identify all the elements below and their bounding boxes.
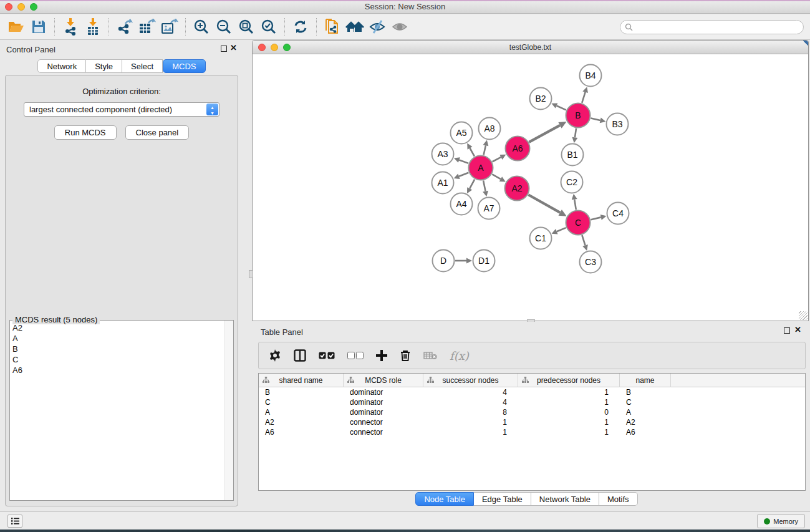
float-panel-icon[interactable] <box>784 327 790 334</box>
import-table-icon[interactable] <box>82 16 104 37</box>
tab-mcds[interactable]: MCDS <box>163 59 205 73</box>
graph-node-label: A1 <box>437 178 448 188</box>
network-file-icon[interactable] <box>321 16 344 37</box>
graph-edge[interactable] <box>492 174 501 179</box>
search-input[interactable] <box>633 22 803 33</box>
table-row[interactable]: A6connector11A6 <box>259 427 805 437</box>
close-panel-button[interactable]: Close panel <box>125 125 190 140</box>
zoom-out-icon[interactable] <box>213 16 235 37</box>
deselect-all-checkbox-icon[interactable] <box>347 346 364 365</box>
table-header-row[interactable]: shared nameMCDS rolesuccessor nodesprede… <box>259 374 805 387</box>
table-row[interactable]: Adominator80A <box>259 407 805 417</box>
graph-node-label: A2 <box>511 183 522 193</box>
delete-column-icon[interactable] <box>400 346 411 365</box>
mcds-result-item[interactable]: C <box>10 354 224 365</box>
table-cell: A2 <box>265 417 274 427</box>
mcds-tab-content: Optimization criterion: largest connecte… <box>5 75 238 506</box>
graph-node-label: C1 <box>535 233 546 243</box>
memory-button[interactable]: Memory <box>757 514 805 528</box>
mcds-result-list[interactable]: A2ABCA6 <box>10 322 224 500</box>
control-panel: Control Panel ✕ NetworkStyleSelectMCDS O… <box>0 40 243 511</box>
graph-edge[interactable] <box>483 181 485 191</box>
graph-edge-arrowhead <box>483 191 488 197</box>
graph-edge-arrowhead <box>466 258 472 264</box>
network-canvas[interactable]: B4B2BB3A8A5A6A3B1AC2A1A2A4A7C4CC1C3DD1 <box>253 55 808 321</box>
tab-edge-table[interactable]: Edge Table <box>474 492 531 506</box>
column-header-name[interactable]: name <box>620 374 671 387</box>
export-image-icon[interactable] <box>158 16 181 37</box>
graph-edge[interactable] <box>529 125 560 142</box>
tab-motifs[interactable]: Motifs <box>599 492 638 506</box>
table-row[interactable]: A2connector11A2 <box>259 417 805 427</box>
graph-edge-arrowhead <box>483 140 489 147</box>
hide-details-icon[interactable] <box>366 16 388 37</box>
float-panel-icon[interactable] <box>221 46 227 52</box>
criterion-dropdown[interactable]: largest connected component (directed) ▲… <box>24 102 219 117</box>
graph-edge[interactable] <box>557 228 566 231</box>
mcds-result-scrollbar[interactable] <box>224 321 233 500</box>
graph-edge[interactable] <box>470 180 475 189</box>
column-header-MCDS-role[interactable]: MCDS role <box>344 374 423 387</box>
zoom-fit-icon[interactable] <box>235 16 258 37</box>
column-visibility-icon[interactable] <box>294 346 306 365</box>
dropdown-stepper-icon: ▲▼ <box>206 104 218 115</box>
table-cell: 1 <box>518 387 609 397</box>
mcds-result-item[interactable]: A6 <box>10 365 224 375</box>
vertical-splitter-handle[interactable] <box>249 270 253 278</box>
tab-node-table[interactable]: Node Table <box>415 492 474 506</box>
mcds-result-item[interactable]: B <box>10 344 224 354</box>
column-header-shared-name[interactable]: shared name <box>259 374 344 387</box>
resize-grip-icon[interactable] <box>799 311 808 320</box>
graph-edge[interactable] <box>591 118 600 120</box>
tab-network[interactable]: Network <box>37 59 86 73</box>
run-mcds-button[interactable]: Run MCDS <box>54 125 117 140</box>
select-all-checkbox-icon[interactable] <box>319 346 335 365</box>
graph-edge[interactable] <box>493 157 501 162</box>
main-toolbar <box>0 14 810 40</box>
close-panel-icon[interactable]: ✕ <box>794 325 801 334</box>
tab-network-table[interactable]: Network Table <box>531 492 599 506</box>
close-panel-icon[interactable]: ✕ <box>230 43 237 52</box>
table-cell: 8 <box>423 407 507 417</box>
graph-edge[interactable] <box>459 160 468 163</box>
show-panels-icon[interactable] <box>7 515 22 528</box>
tab-style[interactable]: Style <box>86 59 122 73</box>
graph-edge[interactable] <box>470 148 475 156</box>
table-cell: dominator <box>350 407 383 417</box>
table-row[interactable]: Bdominator41B <box>259 387 805 397</box>
settings-gear-icon[interactable] <box>269 346 281 365</box>
mcds-result-item[interactable]: A <box>10 333 224 344</box>
search-field[interactable] <box>620 20 804 34</box>
network-window-titlebar[interactable]: testGlobe.txt <box>253 41 808 54</box>
export-network-icon[interactable] <box>113 16 136 37</box>
column-header-successor-nodes[interactable]: successor nodes <box>423 374 518 387</box>
refresh-icon[interactable] <box>289 16 312 37</box>
open-file-icon[interactable] <box>5 16 27 37</box>
criterion-value: largest connected component (directed) <box>29 105 172 114</box>
add-column-icon[interactable] <box>376 346 387 365</box>
zoom-selected-icon[interactable] <box>258 16 280 37</box>
graph-edge[interactable] <box>459 173 468 177</box>
graph-edge[interactable] <box>582 92 585 103</box>
graph-edge[interactable] <box>574 200 576 210</box>
graph-edge[interactable] <box>557 105 566 110</box>
tab-select[interactable]: Select <box>122 59 163 73</box>
function-builder-icon[interactable]: f(x) <box>450 346 469 365</box>
graph-edge[interactable] <box>591 217 600 220</box>
delete-table-icon[interactable] <box>423 346 437 365</box>
column-header-predecessor-nodes[interactable]: predecessor nodes <box>518 374 620 387</box>
home-icon[interactable] <box>344 16 366 37</box>
zoom-in-icon[interactable] <box>190 16 213 37</box>
graph-edge[interactable] <box>484 145 486 155</box>
export-table-icon[interactable] <box>136 16 158 37</box>
table-cell: dominator <box>350 387 383 397</box>
graph-edge[interactable] <box>575 128 576 137</box>
table-row[interactable]: Cdominator41C <box>259 397 805 407</box>
network-graph[interactable]: B4B2BB3A8A5A6A3B1AC2A1A2A4A7C4CC1C3DD1 <box>253 55 808 321</box>
graph-edge[interactable] <box>528 195 560 213</box>
import-network-icon[interactable] <box>59 16 82 37</box>
graph-edge[interactable] <box>582 235 585 245</box>
mcds-result-item[interactable]: A2 <box>10 322 224 333</box>
show-details-icon[interactable] <box>388 16 411 37</box>
save-session-icon[interactable] <box>27 16 50 37</box>
